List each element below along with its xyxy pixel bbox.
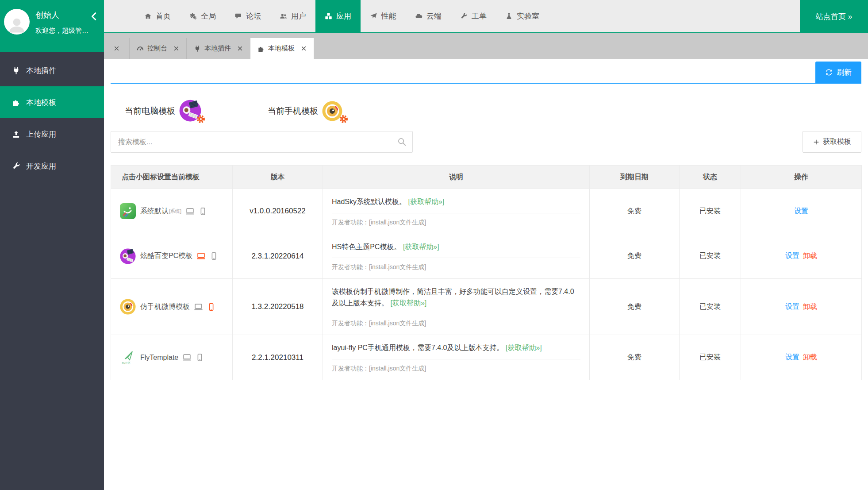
cogs-icon xyxy=(189,12,197,20)
get-template-button[interactable]: 获取模板 xyxy=(803,131,861,153)
current-pc-label: 当前电脑模板 xyxy=(125,105,175,117)
template-description: layui-fly PC手机通用模板，需要7.4.0及以上版本支持。 xyxy=(332,344,504,351)
template-version: 2.3.1.20220614 xyxy=(233,234,323,279)
phone-icon[interactable] xyxy=(196,353,204,362)
laptop-icon[interactable] xyxy=(182,353,192,362)
settings-link[interactable]: 设置 xyxy=(794,207,808,215)
get-template-label: 获取模板 xyxy=(823,137,851,147)
uninstall-link[interactable]: 卸载 xyxy=(803,252,817,259)
sidebar-item-upload[interactable]: 上传应用 xyxy=(0,118,104,150)
get-help-link[interactable]: [获取帮助»] xyxy=(403,243,439,251)
table-row: 炫酷百变PC模板 2.3.1.20220614 HS特色主题PC模板。 [获取帮… xyxy=(111,234,862,279)
refresh-label: 刷新 xyxy=(837,67,852,77)
template-app-icon[interactable] xyxy=(120,299,136,315)
current-mobile-template-icon[interactable] xyxy=(322,100,345,123)
svg-text:Fly社区: Fly社区 xyxy=(122,362,131,364)
main-content: 刷新 当前电脑模板 当前手机模板 获取模板 xyxy=(104,59,868,490)
cubes-icon xyxy=(325,12,332,20)
uninstall-link[interactable]: 卸载 xyxy=(803,353,817,361)
plug-icon xyxy=(12,66,20,75)
collapse-sidebar-button[interactable] xyxy=(89,12,99,24)
topnav-item-home[interactable]: 首页 xyxy=(135,0,180,32)
phone-icon[interactable] xyxy=(207,303,215,311)
comments-icon xyxy=(234,12,242,20)
get-help-link[interactable]: [获取帮助»] xyxy=(390,299,426,307)
phone-icon[interactable] xyxy=(210,252,218,260)
close-all-tabs-button[interactable] xyxy=(104,38,130,59)
template-app-icon[interactable] xyxy=(120,203,136,219)
close-icon xyxy=(114,46,119,51)
refresh-button[interactable]: 刷新 xyxy=(815,62,861,83)
uninstall-link[interactable]: 卸载 xyxy=(803,303,817,310)
sidebar-item-wrench[interactable]: 开发应用 xyxy=(0,150,104,182)
search-box xyxy=(111,131,413,153)
system-tag: [系统] xyxy=(169,208,181,215)
column-header: 操作 xyxy=(741,166,862,189)
settings-link[interactable]: 设置 xyxy=(785,252,799,259)
template-expiry: 免费 xyxy=(590,234,680,279)
phone-icon[interactable] xyxy=(199,207,207,216)
close-icon[interactable] xyxy=(301,46,307,51)
template-version: v1.0.0.20160522 xyxy=(233,189,323,234)
template-app-icon[interactable]: Fly社区 xyxy=(120,350,136,366)
topnav-item-flask[interactable]: 实验室 xyxy=(496,0,549,32)
sidebar-menu: 本地插件 本地模板 上传应用 开发应用 xyxy=(0,52,104,182)
current-pc-template-icon[interactable] xyxy=(179,100,202,123)
topnav-item-cogs[interactable]: 全局 xyxy=(180,0,225,32)
template-status: 已安装 xyxy=(680,335,741,380)
close-icon[interactable] xyxy=(173,46,179,51)
user-panel: 创始人 欢迎您，超级管… xyxy=(0,0,104,52)
topnav-item-cubes[interactable]: 应用 xyxy=(315,0,361,32)
template-status: 已安装 xyxy=(680,279,741,335)
gear-icon xyxy=(196,114,206,124)
laptop-icon[interactable] xyxy=(185,207,195,216)
flask-icon xyxy=(505,12,513,20)
tab-bar: 控制台 本地插件 本地模板 xyxy=(104,33,868,59)
get-help-link[interactable]: [获取帮助»] xyxy=(506,344,542,351)
get-help-link[interactable]: [获取帮助»] xyxy=(408,198,444,205)
tab-plug[interactable]: 本地插件 xyxy=(187,38,250,59)
laptop-icon[interactable] xyxy=(194,302,203,312)
avatar[interactable] xyxy=(4,9,30,35)
users-icon xyxy=(280,12,287,20)
table-header-row: 点击小图标设置当前模板版本说明到期日期状态操作 xyxy=(111,166,862,189)
developer-note: 开发者功能：[install.json文件生成] xyxy=(332,258,580,271)
template-app-icon[interactable] xyxy=(120,248,136,264)
chevron-left-icon xyxy=(89,12,99,21)
template-actions: 设置卸载 xyxy=(741,279,862,335)
search-row: 获取模板 xyxy=(111,131,861,153)
column-header: 点击小图标设置当前模板 xyxy=(111,166,233,189)
sidebar: 创始人 欢迎您，超级管… 本地插件 本地模板 上传应用 开发应用 xyxy=(0,0,104,490)
topnav-item-wrench[interactable]: 工单 xyxy=(451,0,496,32)
topnav-item-users[interactable]: 用户 xyxy=(270,0,315,32)
sidebar-item-puzzle[interactable]: 本地模板 xyxy=(0,86,104,118)
template-actions: 设置卸载 xyxy=(741,234,862,279)
sidebar-item-plug[interactable]: 本地插件 xyxy=(0,54,104,86)
tab-dashboard[interactable]: 控制台 xyxy=(130,38,187,59)
gear-icon xyxy=(339,114,349,124)
refresh-icon xyxy=(825,69,833,76)
tab-puzzle[interactable]: 本地模板 xyxy=(250,38,314,59)
top-bar: 首页 全局 论坛 用户 应用 性能 云端 工单 实验室 站点首页 » xyxy=(104,0,868,33)
column-header: 版本 xyxy=(233,166,323,189)
close-icon[interactable] xyxy=(237,46,243,51)
table-row: 系统默认[系统] v1.0.0.20160522 HadSky系统默认模板。 [… xyxy=(111,189,862,234)
templates-table: 点击小图标设置当前模板版本说明到期日期状态操作 系统默认[系统] v1.0.0.… xyxy=(111,165,862,380)
current-mobile-label: 当前手机模板 xyxy=(268,105,318,117)
topnav-item-cloud[interactable]: 云端 xyxy=(406,0,451,32)
site-home-button[interactable]: 站点首页 » xyxy=(800,0,868,33)
topnav-item-comments[interactable]: 论坛 xyxy=(225,0,270,32)
topnav-item-plane[interactable]: 性能 xyxy=(361,0,406,32)
template-expiry: 免费 xyxy=(590,279,680,335)
template-description: HS特色主题PC模板。 xyxy=(332,243,401,251)
search-icon[interactable] xyxy=(397,137,407,147)
plus-icon xyxy=(813,139,820,146)
laptop-icon[interactable] xyxy=(196,251,206,261)
settings-link[interactable]: 设置 xyxy=(785,303,799,310)
template-status: 已安装 xyxy=(680,189,741,234)
search-input[interactable] xyxy=(111,131,413,153)
developer-note: 开发者功能：[install.json文件生成] xyxy=(332,213,580,227)
template-expiry: 免费 xyxy=(590,335,680,380)
settings-link[interactable]: 设置 xyxy=(785,353,799,361)
toolbar: 刷新 xyxy=(111,59,861,84)
